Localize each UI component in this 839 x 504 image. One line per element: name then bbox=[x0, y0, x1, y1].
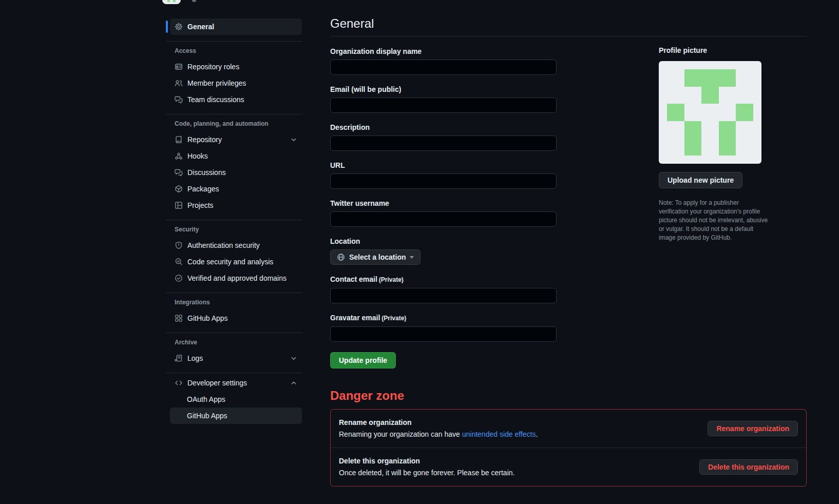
webhook-icon bbox=[175, 152, 183, 160]
sidebar-item-label: Code security and analysis bbox=[187, 258, 273, 266]
gravatar-email-input[interactable] bbox=[330, 326, 557, 342]
sidebar-item-projects[interactable]: Projects bbox=[170, 197, 302, 214]
form-group: Email (will be public) bbox=[330, 85, 557, 113]
sidebar-section-security: Security bbox=[166, 222, 302, 237]
sidebar-item-repository-roles[interactable]: Repository roles bbox=[170, 59, 302, 75]
sidebar-item-label: Discussions bbox=[187, 168, 226, 177]
chevron-down-icon bbox=[290, 135, 298, 144]
divider bbox=[166, 114, 302, 114]
upload-new-picture-button[interactable]: Upload new picture bbox=[659, 172, 742, 188]
form-group: URL bbox=[330, 161, 557, 189]
description-label: Description bbox=[330, 123, 557, 132]
sidebar-item-label: Developer settings bbox=[187, 379, 247, 387]
sidebar-section-access: Access bbox=[166, 43, 302, 59]
code-icon bbox=[175, 379, 183, 387]
sidebar-item-label: Repository roles bbox=[187, 63, 239, 71]
contact-email-label: Contact email(Private) bbox=[330, 275, 557, 284]
location-select-button[interactable]: Select a location bbox=[330, 249, 421, 265]
sidebar-item-repository[interactable]: Repository bbox=[170, 131, 302, 148]
sidebar-item-team-discussions[interactable]: Team discussions bbox=[170, 91, 302, 108]
form-group: Contact email(Private) bbox=[330, 275, 557, 303]
label-suffix: (Private) bbox=[382, 315, 406, 322]
log-icon bbox=[175, 354, 183, 362]
package-icon bbox=[175, 185, 183, 193]
divider bbox=[166, 373, 302, 373]
sidebar-item-label: Team discussions bbox=[187, 95, 244, 104]
gear-icon bbox=[175, 23, 183, 31]
chevron-up-icon bbox=[290, 379, 298, 387]
sidebar-item-label: GitHub Apps bbox=[187, 314, 228, 322]
danger-row-text: Delete this organization Once deleted, i… bbox=[339, 456, 514, 478]
sidebar-item-hooks[interactable]: Hooks bbox=[170, 148, 302, 164]
identicon-pattern bbox=[667, 69, 753, 156]
rename-organization-button[interactable]: Rename organization bbox=[708, 421, 798, 436]
sidebar-item-label: GitHub Apps bbox=[187, 412, 227, 420]
form-group: Location Select a location bbox=[330, 237, 557, 265]
sidebar-item-label: Member privileges bbox=[187, 79, 246, 87]
url-label: URL bbox=[330, 161, 557, 170]
url-input[interactable] bbox=[330, 173, 557, 189]
sidebar-section-code-planning: Code, planning, and automation bbox=[166, 116, 302, 131]
form-group: Description bbox=[330, 123, 557, 151]
chevron-down-icon bbox=[290, 354, 298, 362]
globe-icon bbox=[337, 253, 345, 261]
shield-icon bbox=[175, 241, 183, 249]
sidebar-item-packages[interactable]: Packages bbox=[170, 181, 302, 197]
danger-row-title: Delete this organization bbox=[339, 456, 514, 466]
danger-row-description: Renaming your organization can have unin… bbox=[339, 429, 538, 440]
apps-icon bbox=[175, 314, 183, 322]
dropdown-caret-icon bbox=[410, 256, 414, 259]
org-display-name-label: Organization display name bbox=[330, 47, 557, 56]
unintended-side-effects-link[interactable]: unintended side effects bbox=[462, 430, 536, 438]
danger-row-rename: Rename organization Renaming your organi… bbox=[331, 410, 806, 448]
divider bbox=[166, 293, 302, 293]
profile-picture-note: Note: To apply for a publisher verificat… bbox=[659, 199, 770, 242]
repo-icon bbox=[175, 135, 183, 144]
table-icon bbox=[175, 201, 183, 209]
description-text: . bbox=[536, 430, 538, 438]
location-select-value: Select a location bbox=[349, 253, 406, 261]
twitter-username-input[interactable] bbox=[330, 211, 557, 227]
sidebar-item-oauth-apps[interactable]: OAuth Apps bbox=[170, 391, 302, 408]
contact-email-input[interactable] bbox=[330, 288, 557, 303]
description-input[interactable] bbox=[330, 135, 557, 151]
email-input[interactable] bbox=[330, 98, 557, 113]
form-group: Gravatar email(Private) bbox=[330, 314, 557, 342]
sidebar-item-label: Hooks bbox=[187, 152, 208, 160]
sidebar-item-verified-domains[interactable]: Verified and approved domains bbox=[170, 270, 302, 286]
people-icon bbox=[175, 79, 183, 87]
sidebar-item-code-security[interactable]: Code security and analysis bbox=[170, 254, 302, 270]
sidebar-item-label: Authentication security bbox=[187, 241, 260, 249]
danger-row-delete: Delete this organization Once deleted, i… bbox=[331, 448, 806, 486]
sidebar-item-label: Verified and approved domains bbox=[187, 274, 287, 282]
sidebar-item-label: Logs bbox=[187, 354, 203, 362]
codescan-icon bbox=[175, 258, 183, 266]
sidebar-item-github-apps-developer[interactable]: GitHub Apps bbox=[170, 408, 302, 424]
clipped-header-glyph bbox=[192, 0, 196, 2]
sidebar-item-discussions[interactable]: Discussions bbox=[170, 164, 302, 181]
sidebar-section-archive: Archive bbox=[166, 335, 302, 350]
org-avatar bbox=[659, 61, 761, 164]
label-suffix: (Private) bbox=[379, 276, 404, 283]
danger-zone-heading: Danger zone bbox=[330, 388, 807, 403]
sidebar-item-label: Projects bbox=[187, 201, 214, 209]
sidebar-item-general[interactable]: General bbox=[170, 18, 302, 35]
divider bbox=[330, 36, 807, 36]
delete-organization-button[interactable]: Delete this organization bbox=[699, 459, 798, 475]
identicon-pattern bbox=[164, 0, 179, 2]
label-text: Contact email bbox=[330, 275, 377, 283]
update-profile-button[interactable]: Update profile bbox=[330, 352, 396, 369]
sidebar-item-github-apps[interactable]: GitHub Apps bbox=[170, 310, 302, 326]
sidebar-item-label: Repository bbox=[187, 135, 222, 144]
sidebar-item-logs[interactable]: Logs bbox=[170, 350, 302, 366]
twitter-username-label: Twitter username bbox=[330, 199, 557, 208]
label-text: Gravatar email bbox=[330, 314, 380, 322]
danger-zone-box: Rename organization Renaming your organi… bbox=[330, 409, 807, 487]
divider bbox=[166, 333, 302, 333]
location-label: Location bbox=[330, 237, 557, 246]
sidebar-item-developer-settings[interactable]: Developer settings bbox=[170, 375, 302, 391]
divider bbox=[166, 220, 302, 220]
sidebar-item-authentication-security[interactable]: Authentication security bbox=[170, 237, 302, 254]
sidebar-item-member-privileges[interactable]: Member privileges bbox=[170, 75, 302, 91]
organization-display-name-input[interactable] bbox=[330, 60, 557, 75]
